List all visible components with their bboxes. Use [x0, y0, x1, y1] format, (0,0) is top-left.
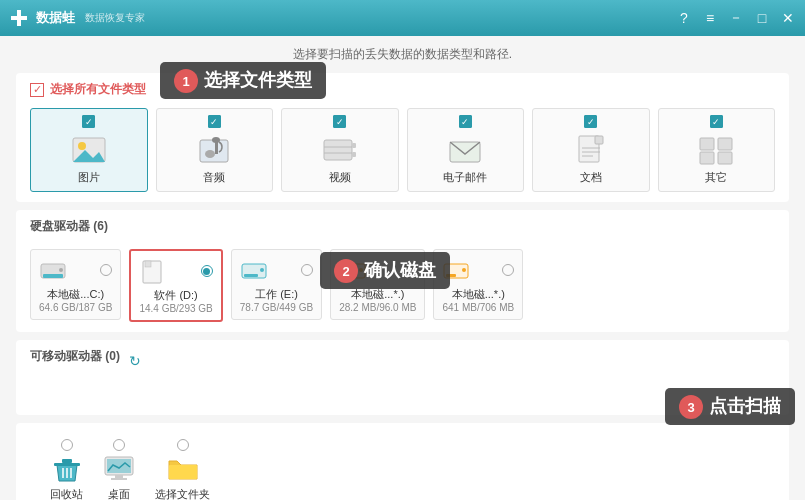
other-locations-section: 回收站 桌面 — [16, 423, 789, 500]
svg-rect-46 — [111, 478, 127, 480]
drive-g-top — [442, 256, 514, 284]
maximize-button[interactable]: □ — [753, 9, 771, 27]
svg-point-31 — [260, 268, 264, 272]
svg-rect-22 — [700, 152, 714, 164]
drive-f-info: 本地磁...*.) 28.2 MB/96.0 MB — [339, 287, 416, 313]
svg-rect-38 — [54, 463, 80, 466]
close-button[interactable]: ✕ — [779, 9, 797, 27]
drive-e-radio[interactable] — [301, 264, 313, 276]
app-subtitle: 数据恢复专家 — [85, 11, 145, 25]
drive-e-name: 工作 (E:) — [240, 287, 313, 302]
drive-local-c[interactable]: 本地磁...C:) 64.6 GB/187 GB — [30, 249, 121, 320]
image-label: 图片 — [78, 170, 100, 185]
step3-badge: 3 — [679, 395, 703, 419]
menu-button[interactable]: ≡ — [701, 9, 719, 27]
tooltip-step3: 3点击扫描 — [665, 388, 795, 425]
svg-point-6 — [205, 150, 215, 158]
file-types-row: 图片 音频 — [30, 108, 775, 192]
svg-rect-11 — [352, 152, 356, 157]
svg-rect-44 — [107, 459, 131, 473]
svg-rect-5 — [200, 140, 228, 162]
doc-checkbox[interactable] — [584, 115, 597, 128]
tooltip2-text: 确认磁盘 — [364, 260, 436, 280]
removable-title: 可移动驱动器 (0) — [30, 348, 120, 365]
audio-checkbox[interactable] — [208, 115, 221, 128]
image-checkbox[interactable] — [82, 115, 95, 128]
file-type-video[interactable]: 视频 — [281, 108, 399, 192]
tooltip-step1: 1选择文件类型 — [160, 62, 326, 99]
svg-rect-28 — [145, 261, 151, 267]
other-checkbox[interactable] — [710, 115, 723, 128]
file-type-image[interactable]: 图片 — [30, 108, 148, 192]
folder-radio[interactable] — [177, 439, 189, 451]
video-label: 视频 — [329, 170, 351, 185]
app-logo: 数据蛙 数据恢复专家 — [8, 7, 145, 29]
svg-rect-30 — [244, 274, 258, 277]
tooltip-step2: 2确认磁盘 — [320, 252, 450, 289]
drive-c-radio[interactable] — [100, 264, 112, 276]
svg-point-37 — [462, 268, 466, 272]
tooltip1-text: 选择文件类型 — [204, 70, 312, 90]
svg-rect-39 — [62, 459, 72, 463]
drive-work-e[interactable]: 工作 (E:) 78.7 GB/449 GB — [231, 249, 322, 320]
drive-g-size: 641 MB/706 MB — [442, 302, 514, 313]
doc-label: 文档 — [580, 170, 602, 185]
drive-d-top — [139, 257, 212, 285]
app-window: 数据蛙 数据恢复专家 ? ≡ － □ ✕ 选择要扫描的丢失数据的数据类型和路径.… — [0, 0, 805, 500]
drive-g-radio[interactable] — [502, 264, 514, 276]
location-desktop[interactable]: 桌面 — [103, 439, 135, 500]
drive-d-radio[interactable] — [201, 265, 213, 277]
svg-rect-1 — [11, 16, 27, 20]
drive-e-size: 78.7 GB/449 GB — [240, 302, 313, 313]
svg-point-3 — [78, 142, 86, 150]
drive-c-top — [39, 256, 112, 284]
drive-e-top — [240, 256, 313, 284]
file-type-email[interactable]: 电子邮件 — [407, 108, 525, 192]
email-checkbox[interactable] — [459, 115, 472, 128]
drives-title-row: 硬盘驱动器 (6) — [30, 218, 775, 243]
top-hint: 选择要扫描的丢失数据的数据类型和路径. — [16, 46, 789, 63]
svg-rect-25 — [43, 274, 63, 278]
video-icon — [322, 134, 358, 166]
minimize-button[interactable]: － — [727, 9, 745, 27]
desktop-label: 桌面 — [108, 487, 130, 500]
tooltip3-text: 点击扫描 — [709, 396, 781, 416]
app-name: 数据蛙 — [36, 9, 75, 27]
other-label: 其它 — [705, 170, 727, 185]
recycle-radio[interactable] — [61, 439, 73, 451]
drive-f-size: 28.2 MB/96.0 MB — [339, 302, 416, 313]
file-type-audio[interactable]: 音频 — [156, 108, 274, 192]
svg-rect-9 — [324, 140, 352, 160]
recycle-icon — [51, 455, 83, 483]
drive-e-info: 工作 (E:) 78.7 GB/449 GB — [240, 287, 313, 313]
drive-d-size: 14.4 GB/293 GB — [139, 303, 212, 314]
svg-rect-45 — [115, 475, 123, 478]
email-label: 电子邮件 — [443, 170, 487, 185]
file-type-other[interactable]: 其它 — [658, 108, 776, 192]
drive-c-icon — [39, 256, 67, 284]
svg-point-26 — [59, 268, 63, 272]
svg-rect-16 — [595, 136, 603, 144]
file-type-doc[interactable]: 文档 — [532, 108, 650, 192]
desktop-radio[interactable] — [113, 439, 125, 451]
folder-label: 选择文件夹 — [155, 487, 210, 500]
select-all-checkbox[interactable] — [30, 83, 44, 97]
refresh-icon[interactable]: ↻ — [126, 352, 144, 370]
svg-rect-47 — [169, 465, 197, 479]
step2-badge: 2 — [334, 259, 358, 283]
location-recycle[interactable]: 回收站 — [50, 439, 83, 500]
location-folder[interactable]: 选择文件夹 — [155, 439, 210, 500]
drive-software-d[interactable]: 软件 (D:) 14.4 GB/293 GB — [129, 249, 222, 322]
svg-point-8 — [212, 137, 220, 143]
folder-icon — [167, 455, 199, 483]
select-all-row[interactable]: 选择所有文件类型 — [30, 81, 775, 98]
help-button[interactable]: ? — [675, 9, 693, 27]
title-bar: 数据蛙 数据恢复专家 ? ≡ － □ ✕ — [0, 0, 805, 36]
svg-rect-20 — [700, 138, 714, 150]
drives-title: 硬盘驱动器 (6) — [30, 218, 108, 235]
video-checkbox[interactable] — [333, 115, 346, 128]
svg-rect-23 — [718, 152, 732, 164]
drive-e-icon — [240, 256, 268, 284]
step1-badge: 1 — [174, 69, 198, 93]
file-type-section: 选择所有文件类型 图片 — [16, 73, 789, 202]
